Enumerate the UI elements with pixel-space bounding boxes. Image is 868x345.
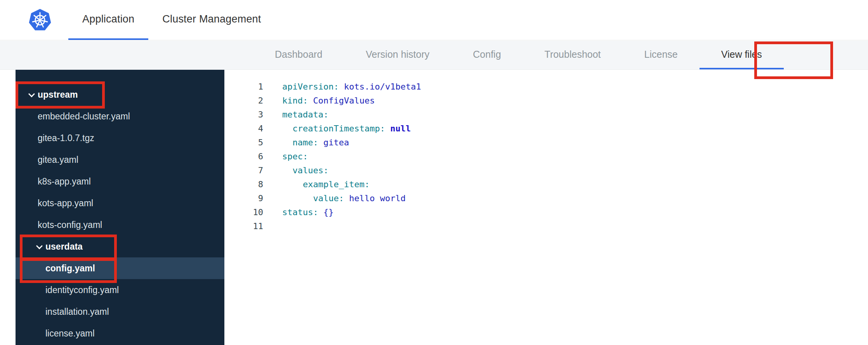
line-number: 2	[224, 94, 263, 108]
tree-item-label: gitea.yaml	[38, 155, 78, 165]
top-tabs: ApplicationCluster Management	[68, 0, 275, 40]
tree-item-label: userdata	[45, 242, 83, 252]
code-line-9[interactable]: 9 value: hello world	[224, 191, 868, 205]
code-text: metadata:	[282, 108, 328, 122]
subnav-item-troubleshoot[interactable]: Troubleshoot	[523, 41, 623, 69]
tree-file-k8s-app-yaml[interactable]: k8s-app.yaml	[16, 171, 224, 192]
line-number: 5	[224, 136, 263, 150]
tree-item-label: upstream	[38, 90, 78, 100]
file-tree: upstreamembedded-cluster.yamlgitea-1.0.7…	[16, 70, 224, 345]
code-text: apiVersion: kots.io/v1beta1	[282, 80, 421, 94]
code-line-10[interactable]: 10status: {}	[224, 205, 868, 219]
tree-item-label: license.yaml	[45, 328, 95, 339]
tree-folder-userdata[interactable]: userdata	[16, 236, 224, 257]
tree-item-label: kots-config.yaml	[38, 220, 102, 230]
line-number: 11	[224, 219, 263, 233]
subnav-item-version-history[interactable]: Version history	[344, 41, 451, 69]
subnav-items: DashboardVersion historyConfigTroublesho…	[0, 41, 868, 70]
code-line-5[interactable]: 5 name: gitea	[224, 136, 868, 150]
code-text: status: {}	[282, 205, 333, 219]
top-tab-application[interactable]: Application	[68, 0, 148, 40]
code-text: name: gitea	[282, 136, 349, 150]
tree-file-identityconfig-yaml[interactable]: identityconfig.yaml	[16, 279, 224, 301]
code-text: value: hello world	[282, 191, 406, 205]
tree-item-label: identityconfig.yaml	[45, 285, 119, 295]
tree-folder-upstream[interactable]: upstream	[16, 84, 224, 105]
tree-file-kots-config-yaml[interactable]: kots-config.yaml	[16, 214, 224, 236]
code-line-7[interactable]: 7 values:	[224, 164, 868, 178]
tree-file-gitea-yaml[interactable]: gitea.yaml	[16, 149, 224, 171]
tree-item-label: installation.yaml	[45, 307, 109, 317]
line-number: 7	[224, 164, 263, 178]
code-editor: 1apiVersion: kots.io/v1beta12kind: Confi…	[224, 70, 868, 345]
tree-file-gitea-1-0-7-tgz[interactable]: gitea-1.0.7.tgz	[16, 127, 224, 149]
subnav-item-config[interactable]: Config	[451, 41, 523, 69]
code-line-4[interactable]: 4 creationTimestamp: null	[224, 122, 868, 136]
code-line-1[interactable]: 1apiVersion: kots.io/v1beta1	[224, 80, 868, 94]
line-number: 4	[224, 122, 263, 136]
code-line-8[interactable]: 8 example_item:	[224, 178, 868, 191]
tree-item-label: gitea-1.0.7.tgz	[38, 133, 94, 143]
tree-item-label: k8s-app.yaml	[38, 176, 91, 187]
code-line-3[interactable]: 3metadata:	[224, 108, 868, 122]
code-line-2[interactable]: 2kind: ConfigValues	[224, 94, 868, 108]
tree-file-kots-app-yaml[interactable]: kots-app.yaml	[16, 192, 224, 214]
line-number: 6	[224, 150, 263, 164]
kubernetes-logo-icon	[28, 8, 52, 33]
tree-file-license-yaml[interactable]: license.yaml	[16, 323, 224, 344]
code-text: creationTimestamp: null	[282, 122, 411, 136]
code-text: spec:	[282, 150, 308, 164]
line-number: 9	[224, 191, 263, 205]
code-text: values:	[282, 164, 328, 178]
tree-item-label: config.yaml	[45, 263, 95, 274]
code-line-6[interactable]: 6spec:	[224, 150, 868, 164]
code-line-11[interactable]: 11	[224, 219, 868, 233]
tree-item-label: kots-app.yaml	[38, 198, 93, 209]
chevron-down-icon	[36, 243, 43, 249]
code-text: kind: ConfigValues	[282, 94, 375, 108]
tree-item-label: embedded-cluster.yaml	[38, 111, 130, 122]
tree-file-embedded-cluster-yaml[interactable]: embedded-cluster.yaml	[16, 105, 224, 127]
line-number: 10	[224, 205, 263, 219]
chevron-down-icon	[28, 91, 35, 97]
subnav-item-dashboard[interactable]: Dashboard	[253, 41, 344, 69]
topbar: ApplicationCluster Management	[0, 0, 868, 40]
subnav-item-license[interactable]: License	[623, 41, 700, 69]
code-text: example_item:	[282, 178, 370, 191]
top-tab-cluster-management[interactable]: Cluster Management	[148, 0, 275, 40]
subnav-item-view-files[interactable]: View files	[700, 41, 784, 69]
line-number: 3	[224, 108, 263, 122]
tree-file-installation-yaml[interactable]: installation.yaml	[16, 301, 224, 323]
tree-file-config-yaml[interactable]: config.yaml	[16, 257, 224, 279]
kubernetes-logo	[23, 0, 57, 40]
line-number: 8	[224, 178, 263, 191]
code-lines: 1apiVersion: kots.io/v1beta12kind: Confi…	[224, 80, 868, 233]
line-number: 1	[224, 80, 263, 94]
